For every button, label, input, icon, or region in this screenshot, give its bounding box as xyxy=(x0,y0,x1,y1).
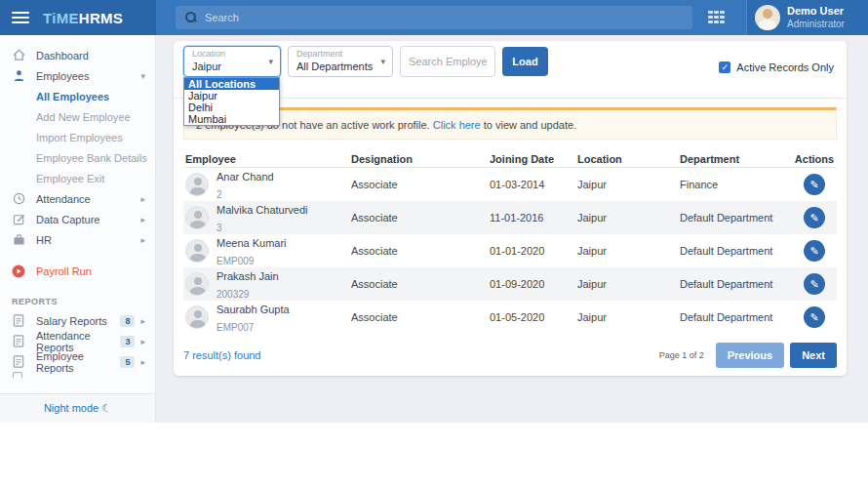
edit-employee-button[interactable]: ✎ xyxy=(804,306,825,328)
edit-employee-button[interactable]: ✎ xyxy=(804,174,825,195)
global-search-input[interactable]: Search xyxy=(176,6,692,29)
sidebar-item-label: HR xyxy=(36,234,140,246)
employee-code: EMP007 xyxy=(217,322,254,333)
sidebar-item-data-capture[interactable]: Data Capture ▸ xyxy=(0,209,155,229)
sidebar-nav: Dashboard Employees ▾ All Employees Add … xyxy=(0,35,155,378)
hamburger-menu-icon[interactable] xyxy=(12,12,29,23)
cell-designation: Associate xyxy=(351,278,490,290)
column-header-designation: Designation xyxy=(351,153,490,165)
user-role: Administrator xyxy=(787,19,845,31)
count-badge: 5 xyxy=(120,356,135,368)
briefcase-icon xyxy=(12,233,25,247)
sidebar-item-salary-reports[interactable]: Salary Reports 8 ▸ xyxy=(0,310,155,331)
employee-name: Meena Kumari xyxy=(217,237,287,249)
user-info: Demo User Administrator xyxy=(787,5,845,30)
pencil-icon: ✎ xyxy=(809,212,818,224)
cell-joining-date: 01-03-2014 xyxy=(490,179,577,190)
column-header-location: Location xyxy=(577,153,680,165)
chevron-down-icon: ▾ xyxy=(268,57,273,66)
cell-department: Default Department xyxy=(680,245,792,257)
active-records-label: Active Records Only xyxy=(736,61,834,73)
cell-designation: Associate xyxy=(351,212,490,224)
sidebar-item-payroll-run[interactable]: Payroll Run xyxy=(0,261,155,281)
column-header-department: Department xyxy=(680,153,792,165)
employee-avatar xyxy=(185,239,209,263)
document-icon xyxy=(12,335,25,348)
cell-joining-date: 01-05-2020 xyxy=(490,311,577,323)
active-records-checkbox[interactable]: ✓ Active Records Only xyxy=(719,61,834,73)
topbar-main-section: Search xyxy=(156,0,746,35)
cell-department: Finance xyxy=(680,179,792,190)
employee-code: EMP009 xyxy=(217,256,254,266)
logo-hrms-text: HRMS xyxy=(79,10,123,26)
user-menu[interactable]: Demo User Administrator xyxy=(746,0,868,35)
sidebar-item-employee-reports[interactable]: Employee Reports 5 ▸ xyxy=(0,351,155,372)
sidebar-item-attendance-reports[interactable]: Attendance Reports 3 ▸ xyxy=(0,331,155,351)
sidebar-item-label: Employee Reports xyxy=(36,350,120,374)
sidebar-item-label: Salary Reports xyxy=(36,315,120,327)
column-header-joining-date: Joining Date xyxy=(490,153,577,165)
app-logo[interactable]: TiMEHRMS xyxy=(43,10,123,26)
warning-banner: 2 employee(s) do not have an active work… xyxy=(183,107,837,140)
pencil-icon: ✎ xyxy=(809,245,818,257)
next-page-button[interactable]: Next xyxy=(790,343,837,368)
employee-name: Saurabh Gupta xyxy=(217,304,290,315)
column-header-actions: Actions xyxy=(792,153,837,165)
reports-section-header: REPORTS xyxy=(0,297,155,306)
dropdown-option-jaipur[interactable]: Jaipur xyxy=(184,90,279,102)
sidebar-item-employee-exit[interactable]: Employee Exit xyxy=(0,168,155,188)
results-count: 7 result(s) found xyxy=(183,349,260,361)
chevron-right-icon: ▸ xyxy=(140,357,145,367)
sidebar-item-dashboard[interactable]: Dashboard xyxy=(0,45,155,65)
department-select-value: All Departments xyxy=(296,60,373,73)
sidebar-item-employees[interactable]: Employees ▾ xyxy=(0,65,155,86)
dropdown-option-delhi[interactable]: Delhi xyxy=(184,102,279,113)
employee-name: Anar Chand xyxy=(217,171,274,183)
night-mode-label: Night mode xyxy=(44,402,99,414)
previous-page-button[interactable]: Previous xyxy=(716,343,784,368)
cell-department: Default Department xyxy=(680,212,792,224)
edit-square-icon xyxy=(12,213,25,226)
apps-grid-icon[interactable] xyxy=(708,11,725,23)
sidebar-item-import-employees[interactable]: Import Employees xyxy=(0,127,155,147)
cell-designation: Associate xyxy=(351,311,490,323)
table-header-row: Employee Designation Joining Date Locati… xyxy=(183,150,837,168)
department-select[interactable]: Department All Departments ▾ xyxy=(288,46,393,77)
location-select-value: Jaipur xyxy=(192,60,260,73)
table-row: Anar Chand2 Associate 01-03-2014 Jaipur … xyxy=(183,168,837,201)
global-search-placeholder: Search xyxy=(205,12,239,23)
cell-location: Jaipur xyxy=(577,278,680,290)
dropdown-option-all-locations[interactable]: All Locations xyxy=(184,78,279,90)
edit-employee-button[interactable]: ✎ xyxy=(804,207,825,228)
sidebar-item-employee-bank-details[interactable]: Employee Bank Details xyxy=(0,147,155,168)
chevron-down-icon: ▾ xyxy=(380,57,385,66)
cell-designation: Associate xyxy=(351,245,490,257)
employee-code: 3 xyxy=(217,223,222,233)
location-select[interactable]: Location Jaipur ▾ xyxy=(183,46,281,77)
document-icon xyxy=(12,314,25,328)
cell-location: Jaipur xyxy=(577,245,680,257)
sidebar-item-all-employees[interactable]: All Employees xyxy=(0,86,155,106)
banner-text-after: to view and update. xyxy=(481,119,576,131)
banner-click-here-link[interactable]: Click here xyxy=(433,119,481,131)
sidebar-item-label: Payroll Run xyxy=(36,265,145,277)
location-dropdown-list: All Locations Jaipur Delhi Mumbai xyxy=(183,77,280,126)
sidebar-item-add-new-employee[interactable]: Add New Employee xyxy=(0,106,155,127)
table-row: Malvika Chaturvedi3 Associate 11-01-2016… xyxy=(183,201,837,234)
night-mode-toggle[interactable]: Night mode ☾ xyxy=(0,393,155,423)
employee-code: 2 xyxy=(217,189,222,200)
table-row: Meena KumariEMP009 Associate 01-01-2020 … xyxy=(183,234,837,267)
sidebar: Dashboard Employees ▾ All Employees Add … xyxy=(0,35,156,423)
pencil-icon: ✎ xyxy=(809,278,818,290)
search-icon xyxy=(185,12,197,23)
edit-employee-button[interactable]: ✎ xyxy=(804,273,825,295)
table-row: Prakash Jain200329 Associate 01-09-2020 … xyxy=(183,267,837,301)
dropdown-option-mumbai[interactable]: Mumbai xyxy=(184,113,279,125)
edit-employee-button[interactable]: ✎ xyxy=(804,240,825,262)
sidebar-item-hr[interactable]: HR ▸ xyxy=(0,229,155,250)
location-select-label: Location xyxy=(192,50,260,60)
sidebar-item-attendance[interactable]: Attendance ▸ xyxy=(0,188,155,209)
employee-search-input[interactable] xyxy=(400,46,495,77)
employee-table: Employee Designation Joining Date Locati… xyxy=(183,150,837,334)
load-button[interactable]: Load xyxy=(502,47,548,76)
